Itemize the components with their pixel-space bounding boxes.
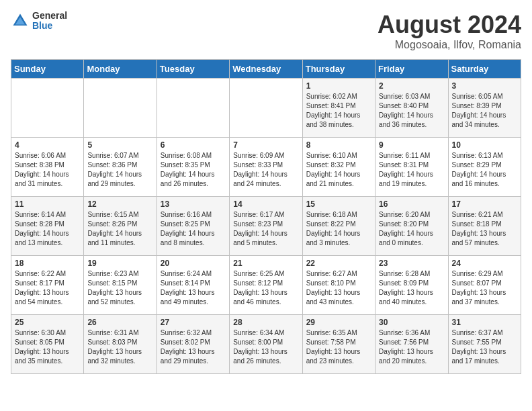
cell-text: and 0 minutes.: [379, 238, 444, 248]
weekday-header: Tuesday: [157, 60, 229, 79]
weekday-header: Monday: [84, 60, 157, 79]
day-number: 5: [87, 140, 152, 150]
calendar-cell: 8Sunrise: 6:10 AMSunset: 8:32 PMDaylight…: [302, 138, 375, 197]
calendar-cell: 16Sunrise: 6:20 AMSunset: 8:20 PMDayligh…: [375, 197, 448, 256]
cell-text: and 38 minutes.: [306, 120, 371, 130]
day-number: 9: [379, 140, 444, 150]
cell-text: and 35 minutes.: [15, 357, 80, 366]
day-number: 7: [233, 140, 298, 150]
calendar-cell: 28Sunrise: 6:34 AMSunset: 8:00 PMDayligh…: [230, 315, 302, 374]
cell-text: and 24 minutes.: [233, 179, 298, 189]
day-number: 3: [452, 81, 517, 91]
logo: General Blue: [11, 11, 67, 32]
cell-text: Daylight: 13 hours: [306, 288, 371, 298]
cell-text: Sunset: 8:22 PM: [306, 220, 371, 229]
weekday-header: Saturday: [448, 60, 521, 79]
cell-text: Daylight: 13 hours: [15, 347, 80, 357]
cell-text: Sunset: 7:56 PM: [379, 338, 444, 347]
cell-text: Sunset: 8:07 PM: [452, 279, 517, 288]
cell-text: and 11 minutes.: [87, 238, 152, 248]
logo-icon: [11, 11, 30, 30]
calendar-cell: [157, 79, 229, 138]
calendar-week-row: 4Sunrise: 6:06 AMSunset: 8:38 PMDaylight…: [11, 138, 521, 197]
day-number: 18: [15, 259, 80, 268]
cell-text: Sunset: 8:33 PM: [233, 161, 298, 170]
cell-text: Daylight: 14 hours: [452, 170, 517, 179]
cell-text: Daylight: 13 hours: [452, 229, 517, 238]
cell-text: Sunset: 8:28 PM: [15, 220, 80, 229]
cell-text: Sunrise: 6:29 AM: [452, 269, 517, 279]
cell-text: Sunset: 8:23 PM: [233, 220, 298, 229]
calendar-cell: 17Sunrise: 6:21 AMSunset: 8:18 PMDayligh…: [448, 197, 521, 256]
logo-blue-text: Blue: [32, 21, 67, 31]
cell-text: Daylight: 14 hours: [87, 229, 152, 238]
day-number: 21: [233, 259, 298, 268]
calendar-cell: 9Sunrise: 6:11 AMSunset: 8:31 PMDaylight…: [375, 138, 448, 197]
cell-text: Daylight: 13 hours: [233, 347, 298, 357]
calendar-cell: 3Sunrise: 6:05 AMSunset: 8:39 PMDaylight…: [448, 79, 521, 138]
cell-text: Sunrise: 6:17 AM: [233, 210, 298, 220]
day-number: 17: [452, 199, 517, 209]
cell-text: Daylight: 13 hours: [15, 288, 80, 298]
calendar-cell: 11Sunrise: 6:14 AMSunset: 8:28 PMDayligh…: [11, 197, 84, 256]
cell-text: Daylight: 14 hours: [306, 170, 371, 179]
cell-text: Sunrise: 6:32 AM: [161, 328, 226, 338]
day-number: 24: [452, 259, 517, 268]
cell-text: Sunrise: 6:02 AM: [306, 92, 371, 101]
cell-text: Daylight: 13 hours: [87, 347, 152, 357]
cell-text: and 52 minutes.: [87, 298, 152, 307]
day-number: 11: [15, 199, 80, 209]
day-number: 12: [87, 199, 152, 209]
cell-text: Sunrise: 6:35 AM: [306, 328, 371, 338]
calendar-cell: 27Sunrise: 6:32 AMSunset: 8:02 PMDayligh…: [157, 315, 229, 374]
cell-text: Sunrise: 6:20 AM: [379, 210, 444, 220]
cell-text: Daylight: 14 hours: [233, 229, 298, 238]
cell-text: Sunrise: 6:08 AM: [161, 151, 226, 161]
cell-text: Sunset: 8:12 PM: [233, 279, 298, 288]
cell-text: Sunset: 8:03 PM: [87, 338, 152, 347]
cell-text: Sunset: 8:39 PM: [452, 101, 517, 111]
weekday-header: Friday: [375, 60, 448, 79]
calendar-cell: 12Sunrise: 6:15 AMSunset: 8:26 PMDayligh…: [84, 197, 157, 256]
calendar-cell: 29Sunrise: 6:35 AMSunset: 7:58 PMDayligh…: [302, 315, 375, 374]
weekday-header-row: SundayMondayTuesdayWednesdayThursdayFrid…: [11, 60, 521, 79]
calendar-cell: 2Sunrise: 6:03 AMSunset: 8:40 PMDaylight…: [375, 79, 448, 138]
calendar-cell: 4Sunrise: 6:06 AMSunset: 8:38 PMDaylight…: [11, 138, 84, 197]
cell-text: and 26 minutes.: [233, 357, 298, 366]
calendar-table: SundayMondayTuesdayWednesdayThursdayFrid…: [11, 59, 521, 374]
calendar-cell: 25Sunrise: 6:30 AMSunset: 8:05 PMDayligh…: [11, 315, 84, 374]
cell-text: and 43 minutes.: [306, 298, 371, 307]
day-number: 16: [379, 199, 444, 209]
cell-text: and 37 minutes.: [452, 298, 517, 307]
calendar-cell: 1Sunrise: 6:02 AMSunset: 8:41 PMDaylight…: [302, 79, 375, 138]
calendar-cell: 24Sunrise: 6:29 AMSunset: 8:07 PMDayligh…: [448, 256, 521, 315]
cell-text: Daylight: 13 hours: [87, 288, 152, 298]
day-number: 29: [306, 318, 371, 327]
cell-text: Sunrise: 6:14 AM: [15, 210, 80, 220]
cell-text: Sunset: 7:58 PM: [306, 338, 371, 347]
cell-text: and 54 minutes.: [15, 298, 80, 307]
cell-text: Sunrise: 6:06 AM: [15, 151, 80, 161]
logo-text: General Blue: [32, 11, 67, 32]
cell-text: and 8 minutes.: [161, 238, 226, 248]
day-number: 22: [306, 259, 371, 268]
cell-text: Sunset: 8:25 PM: [161, 220, 226, 229]
calendar-cell: 22Sunrise: 6:27 AMSunset: 8:10 PMDayligh…: [302, 256, 375, 315]
calendar-cell: 15Sunrise: 6:18 AMSunset: 8:22 PMDayligh…: [302, 197, 375, 256]
cell-text: and 21 minutes.: [306, 179, 371, 189]
cell-text: and 34 minutes.: [452, 120, 517, 130]
cell-text: Sunset: 8:09 PM: [379, 279, 444, 288]
calendar-cell: 7Sunrise: 6:09 AMSunset: 8:33 PMDaylight…: [230, 138, 302, 197]
calendar-cell: [84, 79, 157, 138]
calendar-week-row: 25Sunrise: 6:30 AMSunset: 8:05 PMDayligh…: [11, 315, 521, 374]
calendar-week-row: 18Sunrise: 6:22 AMSunset: 8:17 PMDayligh…: [11, 256, 521, 315]
calendar-cell: 14Sunrise: 6:17 AMSunset: 8:23 PMDayligh…: [230, 197, 302, 256]
cell-text: Sunset: 8:26 PM: [87, 220, 152, 229]
cell-text: and 23 minutes.: [306, 357, 371, 366]
cell-text: Sunset: 8:41 PM: [306, 101, 371, 111]
calendar-cell: 21Sunrise: 6:25 AMSunset: 8:12 PMDayligh…: [230, 256, 302, 315]
day-number: 8: [306, 140, 371, 150]
cell-text: Daylight: 14 hours: [379, 111, 444, 120]
cell-text: Sunset: 8:15 PM: [87, 279, 152, 288]
cell-text: Sunrise: 6:13 AM: [452, 151, 517, 161]
